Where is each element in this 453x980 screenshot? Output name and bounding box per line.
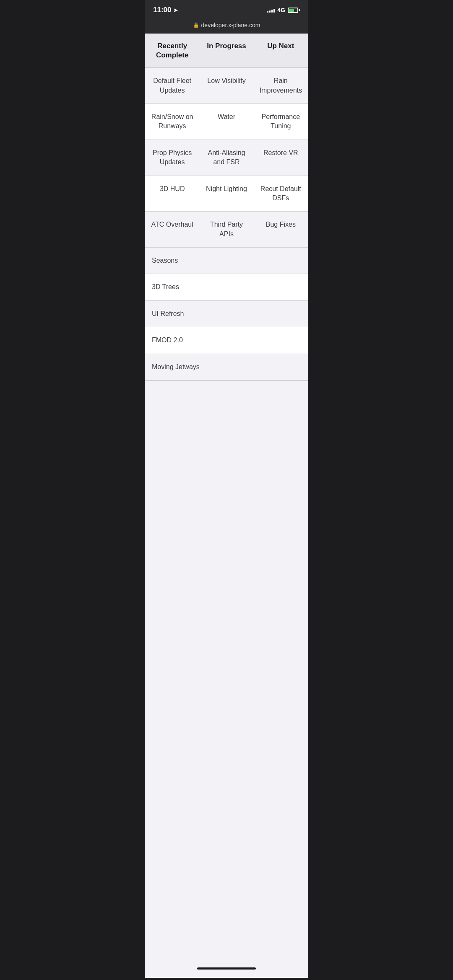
cell-row4-col2: Night Lighting <box>199 176 253 212</box>
table-row: Prop Physics Updates Anti-Aliasing and F… <box>145 140 308 176</box>
url-text: 🔒 developer.x-plane.com <box>151 22 302 28</box>
cell-row3-col2: Anti-Aliasing and FSR <box>199 140 253 176</box>
lock-icon: 🔒 <box>193 22 199 28</box>
cell-row2-col1: Rain/Snow on Runways <box>145 104 199 140</box>
table-row: Rain/Snow on Runways Water Performance T… <box>145 104 308 140</box>
time-display: 11:00 <box>153 6 171 14</box>
list-item: UI Refresh <box>145 301 308 327</box>
cell-row5-col3: Bug Fixes <box>254 212 308 247</box>
cell-row3-col1: Prop Physics Updates <box>145 140 199 176</box>
cell-row4-col1: 3D HUD <box>145 176 199 212</box>
url-display: developer.x-plane.com <box>201 22 260 28</box>
battery-tip <box>299 9 300 11</box>
cell-row5-col2: Third Party APIs <box>199 212 253 247</box>
network-type: 4G <box>277 7 285 13</box>
single-cell-seasons: Seasons <box>145 248 308 274</box>
single-cell-fmod: FMOD 2.0 <box>145 327 308 353</box>
header-in-progress: In Progress <box>199 34 253 67</box>
table-container: Recently Complete In Progress Up Next De… <box>145 34 308 381</box>
cell-row1-col1: Default Fleet Updates <box>145 68 199 103</box>
battery-fill <box>289 9 294 12</box>
url-bar: 🔒 developer.x-plane.com <box>145 18 308 34</box>
status-time: 11:00 ➤ <box>153 6 178 14</box>
signal-bar-3 <box>271 10 273 13</box>
cell-row1-col3: Rain Improvements <box>254 68 308 103</box>
home-indicator <box>145 963 308 978</box>
status-right: 4G <box>267 7 300 13</box>
location-icon: ➤ <box>173 7 178 13</box>
cell-row1-col2: Low Visibility <box>199 68 253 103</box>
header-recently-complete: Recently Complete <box>145 34 199 67</box>
single-cell-3dtrees: 3D Trees <box>145 274 308 300</box>
cell-row2-col2: Water <box>199 104 253 140</box>
table-header-row: Recently Complete In Progress Up Next <box>145 34 308 68</box>
cell-row4-col3: Recut Default DSFs <box>254 176 308 212</box>
cell-row2-col3: Performance Tuning <box>254 104 308 140</box>
table-row: 3D HUD Night Lighting Recut Default DSFs <box>145 176 308 212</box>
single-cell-jetways: Moving Jetways <box>145 354 308 380</box>
list-item: FMOD 2.0 <box>145 327 308 354</box>
battery-icon <box>288 8 300 13</box>
home-bar <box>197 967 256 970</box>
cell-row5-col1: ATC Overhaul <box>145 212 199 247</box>
signal-bars <box>267 8 275 13</box>
list-item: Moving Jetways <box>145 354 308 380</box>
cell-row3-col3: Restore VR <box>254 140 308 176</box>
signal-bar-1 <box>267 11 268 13</box>
battery-body <box>288 8 298 13</box>
table-row: Default Fleet Updates Low Visibility Rai… <box>145 68 308 104</box>
single-cell-uirefresh: UI Refresh <box>145 301 308 327</box>
header-up-next: Up Next <box>254 34 308 67</box>
status-bar: 11:00 ➤ 4G <box>145 0 308 18</box>
list-item: 3D Trees <box>145 274 308 300</box>
table-row: ATC Overhaul Third Party APIs Bug Fixes <box>145 212 308 248</box>
signal-bar-2 <box>269 10 271 13</box>
signal-bar-4 <box>273 9 275 13</box>
page-content: Recently Complete In Progress Up Next De… <box>145 34 308 963</box>
list-item: Seasons <box>145 248 308 274</box>
